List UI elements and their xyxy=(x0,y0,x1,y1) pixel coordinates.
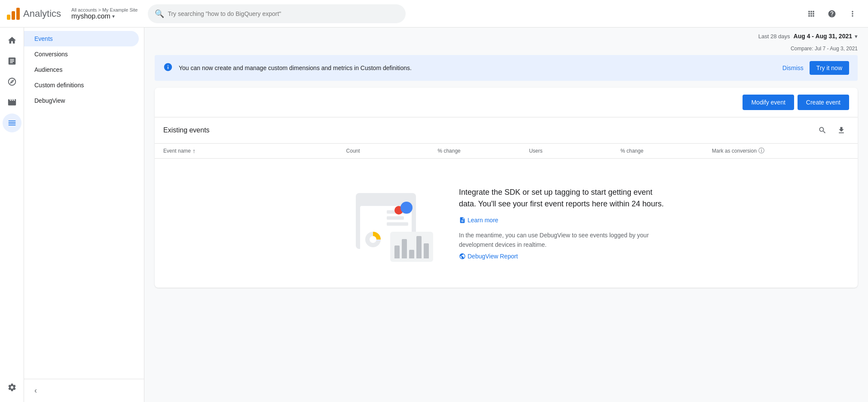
sidebar-item-debugview-label: DebugView xyxy=(34,97,65,104)
content-area: Last 28 days Aug 4 - Aug 31, 2021 ▾ Comp… xyxy=(144,28,868,402)
date-range-chevron-icon: ▾ xyxy=(855,33,858,40)
empty-text: Integrate the SDK or set up tagging to s… xyxy=(459,187,665,260)
date-range-bar: Last 28 days Aug 4 - Aug 31, 2021 ▾ xyxy=(144,28,868,45)
sidebar-item-conversions-label: Conversions xyxy=(34,51,68,58)
illus-dot-blue xyxy=(400,202,413,214)
date-compare-text: Compare: Jul 7 - Aug 3, 2021 xyxy=(791,46,858,52)
configure-icon-button[interactable] xyxy=(3,114,21,132)
sidebar-item-events[interactable]: Events xyxy=(24,31,139,46)
empty-state: Integrate the SDK or set up tagging to s… xyxy=(155,159,858,288)
col-header-users: Users xyxy=(529,147,620,155)
illus-pie-chart xyxy=(364,230,382,249)
dismiss-button[interactable]: Dismiss xyxy=(782,64,804,71)
modify-event-button[interactable]: Modify event xyxy=(743,95,794,110)
account-breadcrumb: All accounts > My Example Site xyxy=(71,7,138,12)
try-it-now-button[interactable]: Try it now xyxy=(810,61,849,75)
empty-sub-text: In the meantime, you can use DebugView t… xyxy=(459,230,665,250)
info-banner-text: You can now create and manage custom dim… xyxy=(179,64,776,71)
empty-illustration xyxy=(347,184,433,262)
events-table-header: Existing events xyxy=(155,117,858,144)
sidebar-icons xyxy=(0,28,24,402)
apps-icon-button[interactable] xyxy=(803,5,820,22)
svg-point-1 xyxy=(370,236,376,243)
empty-heading: Integrate the SDK or set up tagging to s… xyxy=(459,187,665,210)
topbar-actions xyxy=(803,5,861,22)
sidebar-item-debugview[interactable]: DebugView xyxy=(24,93,139,108)
col-header-change-2: % change xyxy=(620,147,712,155)
sidebar-item-custom-definitions-label: Custom definitions xyxy=(34,82,84,89)
col-header-mark-conversion: Mark as conversion ⓘ xyxy=(712,147,849,155)
explore-icon-button[interactable] xyxy=(3,72,21,91)
main-layout: Events Conversions Audiences Custom defi… xyxy=(0,28,868,402)
sidebar-item-conversions[interactable]: Conversions xyxy=(24,46,139,62)
learn-more-label: Learn more xyxy=(468,217,498,224)
left-nav: Events Conversions Audiences Custom defi… xyxy=(24,28,144,402)
col-header-event-name[interactable]: Event name ↑ xyxy=(163,147,346,155)
nav-collapse-button[interactable]: ‹ xyxy=(34,386,37,395)
illus-line-2 xyxy=(387,216,404,220)
logo-icon xyxy=(7,8,20,20)
table-actions xyxy=(815,123,849,138)
account-selector[interactable]: All accounts > My Example Site myshop.co… xyxy=(71,7,138,20)
illus-bar-2 xyxy=(402,239,407,258)
advertising-icon-button[interactable] xyxy=(3,93,21,112)
table-download-button[interactable] xyxy=(834,123,849,138)
app-name: Analytics xyxy=(23,8,61,19)
events-card-header: Modify event Create event xyxy=(155,88,858,117)
learn-more-link[interactable]: Learn more xyxy=(459,217,665,224)
illus-bar-1 xyxy=(394,245,400,258)
create-event-button[interactable]: Create event xyxy=(798,95,849,110)
col-header-change-1: % change xyxy=(437,147,529,155)
help-icon-button[interactable] xyxy=(823,5,840,22)
table-search-button[interactable] xyxy=(815,123,830,138)
debugview-icon xyxy=(459,253,466,260)
topbar: Analytics All accounts > My Example Site… xyxy=(0,0,868,28)
table-col-headers: Event name ↑ Count % change Users % chan… xyxy=(155,144,858,159)
learn-more-icon xyxy=(459,217,466,224)
sidebar-item-audiences-label: Audiences xyxy=(34,66,62,73)
search-input[interactable] xyxy=(168,10,399,17)
search-icon: 🔍 xyxy=(155,9,164,18)
info-icon xyxy=(163,62,173,74)
sidebar-item-custom-definitions[interactable]: Custom definitions xyxy=(24,77,139,93)
illus-chart xyxy=(390,232,433,262)
account-name[interactable]: myshop.com ▾ xyxy=(71,12,138,20)
col-header-count: Count xyxy=(346,147,438,155)
illus-bar-3 xyxy=(409,250,414,258)
existing-events-title: Existing events xyxy=(163,126,210,134)
events-card: Modify event Create event Existing event… xyxy=(155,88,858,288)
search-bar[interactable]: 🔍 xyxy=(148,4,406,23)
app-logo: Analytics xyxy=(7,8,61,20)
debugview-report-label: DebugView Report xyxy=(468,253,518,260)
illus-bar-5 xyxy=(424,243,429,258)
illus-line-3 xyxy=(387,222,408,226)
home-icon-button[interactable] xyxy=(3,31,21,50)
reports-icon-button[interactable] xyxy=(3,52,21,71)
more-icon-button[interactable] xyxy=(844,5,861,22)
account-chevron-icon: ▾ xyxy=(112,13,115,19)
sidebar-item-audiences[interactable]: Audiences xyxy=(24,62,139,77)
date-range-value: Aug 4 - Aug 31, 2021 xyxy=(794,33,852,40)
date-range-selector[interactable]: Aug 4 - Aug 31, 2021 ▾ xyxy=(794,33,858,40)
nav-bottom: ‹ xyxy=(24,379,144,402)
help-icon[interactable]: ⓘ xyxy=(758,147,764,155)
sidebar-item-events-label: Events xyxy=(34,35,53,42)
illus-bar-4 xyxy=(416,236,422,258)
info-banner: You can now create and manage custom dim… xyxy=(155,55,858,81)
sort-icon: ↑ xyxy=(193,147,196,154)
debugview-report-link[interactable]: DebugView Report xyxy=(459,253,665,260)
settings-icon-button[interactable] xyxy=(3,378,21,397)
date-range-label: Last 28 days xyxy=(758,33,790,40)
